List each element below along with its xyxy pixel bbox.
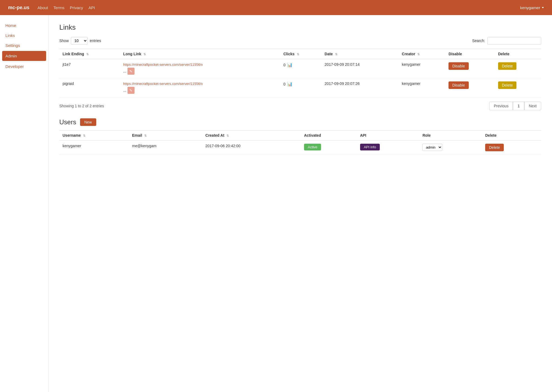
col-link-ending[interactable]: Link Ending ⇅: [59, 49, 120, 59]
cell-creator-0: kenygamer: [399, 59, 446, 78]
new-user-button[interactable]: New: [80, 118, 96, 126]
sidebar-item-links[interactable]: Links: [0, 30, 48, 40]
cell-date-0: 2017-09-09 20:07:14: [321, 59, 398, 78]
show-entries-control: Show 10 25 50 100 entries: [59, 37, 101, 44]
users-table: Username ⇅ Email ⇅ Created At ⇅ Activate…: [59, 130, 541, 155]
pagination-buttons: Previous 1 Next: [489, 102, 541, 110]
cell-created-0: 2017-09-06 20:42:00: [202, 140, 301, 155]
sidebar-item-settings[interactable]: Settings: [0, 40, 48, 50]
disable-button-1[interactable]: Disable: [448, 81, 469, 89]
sort-creator-icon: ⇅: [417, 53, 420, 56]
cell-disable-0: Disable: [445, 59, 495, 78]
navbar-link-about[interactable]: About: [37, 4, 48, 11]
col-user-delete: Delete: [482, 130, 541, 140]
disable-button-0[interactable]: Disable: [448, 62, 469, 70]
chart-icon-1: 📊: [287, 81, 292, 87]
cell-username-0: kenygamer: [59, 140, 129, 155]
cell-delete-1: Delete: [495, 78, 541, 97]
col-email[interactable]: Email ⇅: [129, 130, 202, 140]
cell-longlink-1: https://minecraftpocket-servers.com/serv…: [120, 78, 280, 97]
sort-date-icon: ⇅: [335, 53, 337, 56]
cell-clicks-1: 0 📊: [280, 78, 322, 97]
sidebar: Home Links Settings Admin Developer: [0, 15, 49, 392]
users-title-row: Users New: [59, 118, 541, 126]
col-created-at[interactable]: Created At ⇅: [202, 130, 301, 140]
links-title: Links: [59, 23, 541, 32]
col-long-link[interactable]: Long Link ⇅: [120, 49, 280, 59]
navbar: mc-pe.us About Terms Privacy API kenygam…: [0, 0, 552, 15]
edit-link-button-0[interactable]: ✎: [127, 68, 134, 75]
delete-button-1[interactable]: Delete: [498, 81, 516, 89]
sidebar-item-home[interactable]: Home: [0, 20, 48, 30]
ellipsis-1: ...: [123, 88, 126, 92]
navbar-link-privacy[interactable]: Privacy: [70, 4, 83, 11]
show-label: Show: [59, 39, 69, 43]
cell-clicks-0: 0 📊: [280, 59, 322, 78]
role-select-0[interactable]: admin user: [422, 144, 442, 151]
cell-api-0: API info: [357, 140, 419, 155]
cell-delete-0: Delete: [495, 59, 541, 78]
cell-activated-0: Active: [301, 140, 357, 155]
navbar-brand[interactable]: mc-pe.us: [8, 5, 29, 11]
col-date[interactable]: Date ⇅: [321, 49, 398, 59]
table-row: pigraid https://minecraftpocket-servers.…: [59, 78, 541, 97]
search-input[interactable]: [487, 37, 541, 44]
sort-email-icon: ⇅: [144, 134, 147, 137]
active-status-button-0[interactable]: Active: [304, 144, 321, 150]
navbar-links: About Terms Privacy API: [37, 4, 520, 11]
next-button[interactable]: Next: [524, 102, 541, 110]
pagination-info: Showing 1 to 2 of 2 entries: [59, 104, 104, 108]
search-label: Search:: [472, 39, 485, 43]
col-creator[interactable]: Creator ⇅: [399, 49, 446, 59]
col-disable: Disable: [445, 49, 495, 59]
cell-disable-1: Disable: [445, 78, 495, 97]
entries-label: entries: [90, 39, 101, 43]
sort-clicks-icon: ⇅: [297, 53, 299, 56]
col-activated: Activated: [301, 130, 357, 140]
sort-username-icon: ⇅: [83, 134, 85, 137]
navbar-user-caret: [542, 7, 544, 8]
col-username[interactable]: Username ⇅: [59, 130, 129, 140]
cell-user-delete-0: Delete: [482, 140, 541, 155]
col-delete: Delete: [495, 49, 541, 59]
cell-ending-0: jt1e7: [59, 59, 120, 78]
cell-role-0: admin user: [419, 140, 482, 155]
navbar-link-terms[interactable]: Terms: [53, 4, 64, 11]
cell-longlink-0: https://minecraftpocket-servers.com/serv…: [120, 59, 280, 78]
col-clicks[interactable]: Clicks ⇅: [280, 49, 322, 59]
links-table: Link Ending ⇅ Long Link ⇅ Clicks ⇅ Date …: [59, 49, 541, 97]
prev-button[interactable]: Previous: [489, 102, 513, 110]
users-title: Users: [59, 118, 76, 126]
navbar-user-menu[interactable]: kenygamer: [520, 5, 544, 10]
cell-ending-1: pigraid: [59, 78, 120, 97]
content-area: Links Show 10 25 50 100 entries Search:: [49, 15, 552, 392]
cell-email-0: me@kenygam: [129, 140, 202, 155]
search-control: Search:: [472, 37, 541, 44]
delete-button-0[interactable]: Delete: [498, 62, 516, 70]
table-row: kenygamer me@kenygam 2017-09-06 20:42:00…: [59, 140, 541, 155]
navbar-username: kenygamer: [520, 5, 540, 10]
entries-select[interactable]: 10 25 50 100: [71, 37, 88, 44]
edit-link-button-1[interactable]: ✎: [127, 87, 134, 94]
clicks-value-0: 0: [284, 63, 286, 67]
api-info-button-0[interactable]: API info: [360, 144, 380, 150]
sort-link-ending-icon: ⇅: [86, 53, 89, 56]
page-1-button[interactable]: 1: [513, 102, 524, 110]
col-api: API: [357, 130, 419, 140]
clicks-value-1: 0: [284, 82, 286, 86]
col-role: Role: [419, 130, 482, 140]
user-delete-button-0[interactable]: Delete: [485, 144, 503, 151]
cell-date-1: 2017-09-09 20:07:26: [321, 78, 398, 97]
cell-creator-1: kenygamer: [399, 78, 446, 97]
chart-icon-0: 📊: [287, 62, 292, 67]
sidebar-item-developer[interactable]: Developer: [0, 61, 48, 71]
navbar-link-api[interactable]: API: [88, 4, 95, 11]
long-link-url-1[interactable]: https://minecraftpocket-servers.com/serv…: [123, 82, 203, 86]
sort-created-icon: ⇅: [226, 134, 229, 137]
pagination-area: Showing 1 to 2 of 2 entries Previous 1 N…: [59, 102, 541, 110]
links-table-controls: Show 10 25 50 100 entries Search:: [59, 37, 541, 44]
sort-long-link-icon: ⇅: [143, 53, 146, 56]
ellipsis-0: ...: [123, 69, 126, 73]
sidebar-item-admin[interactable]: Admin: [2, 51, 46, 61]
long-link-url-0[interactable]: https://minecraftpocket-servers.com/serv…: [123, 63, 203, 67]
